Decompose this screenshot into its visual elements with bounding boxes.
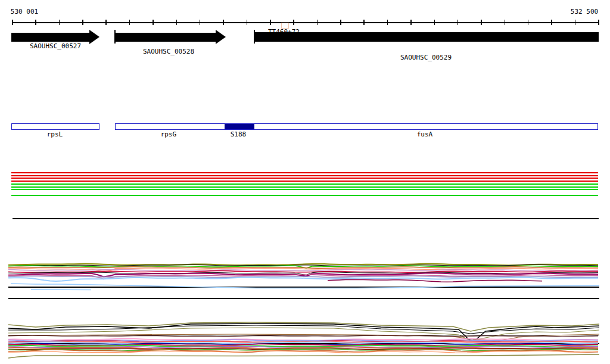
middle-coverage-line	[11, 284, 599, 288]
gene-label: SAOUHSC_00527	[30, 42, 81, 50]
middle-coverage-line	[31, 290, 91, 290]
bottom-coverage-line	[8, 354, 599, 358]
gene-feature[interactable]	[115, 33, 216, 42]
gene-label: SAOUHSC_00529	[400, 54, 452, 61]
gene-arrowhead[interactable]	[89, 30, 99, 44]
gene-arrowhead[interactable]	[216, 30, 226, 44]
coverage-tracks-svg[interactable]	[0, 0, 610, 364]
bottom-coverage-line	[8, 335, 598, 337]
middle-coverage-line	[328, 279, 542, 282]
gene-label: SAOUHSC_00528	[143, 48, 194, 55]
genome-browser-view: 530 001 532 500 TT460+72 SAOUHSC_00527SA…	[0, 0, 610, 364]
gene-feature[interactable]	[254, 32, 599, 42]
bottom-coverage-line	[8, 323, 599, 341]
gene-feature[interactable]	[11, 33, 89, 42]
